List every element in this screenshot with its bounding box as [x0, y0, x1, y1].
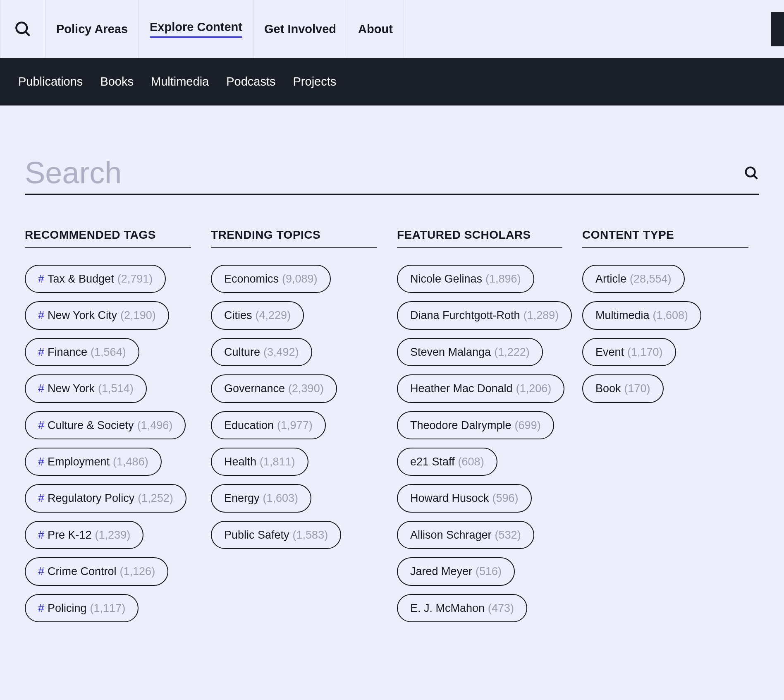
pill-label: Allison Schrager	[410, 528, 492, 542]
search-submit-button[interactable]	[743, 165, 759, 181]
nav-label: Explore Content	[150, 20, 242, 38]
hash-icon: #	[38, 272, 44, 285]
tag-pill[interactable]: #Finance(1,564)	[25, 338, 139, 366]
pill-list: Article(28,554) Multimedia(1,608) Event(…	[582, 265, 748, 403]
topic-pill[interactable]: Governance(2,390)	[211, 374, 337, 403]
pill-label: Education	[224, 419, 274, 432]
pill-label: Public Safety	[224, 528, 289, 542]
scholar-pill[interactable]: Howard Husock(596)	[397, 484, 532, 512]
tag-pill[interactable]: #Pre K-12(1,239)	[25, 521, 143, 549]
tag-pill[interactable]: #Policing(1,117)	[25, 594, 139, 622]
pill-label: Tax & Budget	[48, 272, 114, 285]
column-featured-scholars: FEATURED SCHOLARS Nicole Gelinas(1,896) …	[397, 228, 562, 622]
pill-label: Energy	[224, 491, 260, 505]
topic-pill[interactable]: Public Safety(1,583)	[211, 521, 341, 549]
topbar-spacer	[404, 0, 771, 58]
hash-icon: #	[38, 309, 44, 322]
pill-label: e21 Staff	[410, 455, 455, 468]
hash-icon: #	[38, 345, 44, 359]
pill-count: (532)	[495, 528, 521, 542]
pill-count: (1,583)	[293, 528, 328, 542]
column-content-type: CONTENT TYPE Article(28,554) Multimedia(…	[582, 228, 748, 622]
pill-count: (596)	[492, 491, 519, 505]
scholar-pill[interactable]: Heather Mac Donald(1,206)	[397, 374, 564, 403]
subnav-books[interactable]: Books	[100, 75, 134, 89]
pill-label: New York City	[48, 309, 117, 322]
topbar-search-button[interactable]	[0, 0, 45, 58]
scholar-pill[interactable]: e21 Staff(608)	[397, 448, 497, 476]
tag-pill[interactable]: #Culture & Society(1,496)	[25, 411, 186, 439]
subnav-publications[interactable]: Publications	[18, 75, 83, 89]
topic-pill[interactable]: Health(1,811)	[211, 448, 308, 476]
type-pill[interactable]: Multimedia(1,608)	[582, 301, 701, 329]
scholar-pill[interactable]: Steven Malanga(1,222)	[397, 338, 543, 366]
hash-icon: #	[38, 382, 44, 395]
search-input[interactable]	[25, 155, 735, 190]
scholar-pill[interactable]: Nicole Gelinas(1,896)	[397, 265, 534, 293]
scholar-pill[interactable]: Theodore Dalrymple(699)	[397, 411, 554, 439]
column-trending-topics: TRENDING TOPICS Economics(9,089) Cities(…	[211, 228, 377, 622]
pill-count: (3,492)	[263, 345, 299, 359]
svg-line-1	[26, 32, 30, 36]
column-heading: RECOMMENDED TAGS	[25, 228, 191, 248]
column-heading: CONTENT TYPE	[582, 228, 748, 248]
type-pill[interactable]: Article(28,554)	[582, 265, 685, 293]
pill-count: (1,514)	[98, 382, 134, 395]
pill-list: #Tax & Budget(2,791) #New York City(2,19…	[25, 265, 191, 622]
nav-label: Policy Areas	[56, 22, 128, 36]
pill-count: (1,289)	[523, 309, 559, 322]
pill-label: New York	[48, 382, 95, 395]
column-heading: TRENDING TOPICS	[211, 228, 377, 248]
nav-label: About	[358, 22, 393, 36]
svg-point-0	[16, 22, 27, 33]
hash-icon: #	[38, 602, 44, 615]
pill-count: (170)	[624, 382, 650, 395]
scholar-pill[interactable]: Diana Furchtgott-Roth(1,289)	[397, 301, 572, 329]
pill-count: (1,126)	[120, 565, 155, 578]
scholar-pill[interactable]: Allison Schrager(532)	[397, 521, 534, 549]
topic-pill[interactable]: Economics(9,089)	[211, 265, 331, 293]
pill-label: Theodore Dalrymple	[410, 419, 512, 432]
topic-pill[interactable]: Cities(4,229)	[211, 301, 304, 329]
topic-pill[interactable]: Education(1,977)	[211, 411, 326, 439]
pill-label: Nicole Gelinas	[410, 272, 482, 285]
tag-pill[interactable]: #Tax & Budget(2,791)	[25, 265, 166, 293]
tag-pill[interactable]: #Employment(1,486)	[25, 448, 162, 476]
svg-line-3	[754, 175, 758, 179]
subnav-projects[interactable]: Projects	[293, 75, 337, 89]
pill-count: (1,239)	[95, 528, 131, 542]
subnav-podcasts[interactable]: Podcasts	[226, 75, 275, 89]
tag-pill[interactable]: #New York City(2,190)	[25, 301, 169, 329]
pill-label: Jared Meyer	[410, 565, 472, 578]
search-row	[25, 155, 759, 195]
subnav-multimedia[interactable]: Multimedia	[151, 75, 209, 89]
pill-count: (1,564)	[91, 345, 126, 359]
topic-pill[interactable]: Culture(3,492)	[211, 338, 312, 366]
type-pill[interactable]: Event(1,170)	[582, 338, 676, 366]
tag-pill[interactable]: #Regulatory Policy(1,252)	[25, 484, 186, 512]
pill-count: (1,222)	[494, 345, 530, 359]
pill-label: Economics	[224, 272, 279, 285]
nav-get-involved[interactable]: Get Involved	[253, 0, 347, 58]
type-pill[interactable]: Book(170)	[582, 374, 664, 403]
pill-label: Multimedia	[595, 309, 650, 322]
pill-count: (2,190)	[120, 309, 156, 322]
tag-pill[interactable]: #Crime Control(1,126)	[25, 557, 168, 585]
nav-explore-content[interactable]: Explore Content	[139, 0, 253, 58]
pill-list: Nicole Gelinas(1,896) Diana Furchtgott-R…	[397, 265, 562, 622]
scholar-pill[interactable]: Jared Meyer(516)	[397, 557, 515, 585]
pill-count: (2,390)	[288, 382, 324, 395]
hash-icon: #	[38, 419, 44, 432]
nav-about[interactable]: About	[347, 0, 404, 58]
pill-count: (699)	[515, 419, 541, 432]
pill-count: (1,811)	[260, 455, 295, 468]
pill-label: Culture & Society	[48, 419, 134, 432]
hash-icon: #	[38, 491, 44, 505]
nav-policy-areas[interactable]: Policy Areas	[45, 0, 139, 58]
pill-count: (1,896)	[485, 272, 521, 285]
scholar-pill[interactable]: E. J. McMahon(473)	[397, 594, 527, 622]
pill-label: Event	[595, 345, 624, 359]
pill-label: Regulatory Policy	[48, 491, 134, 505]
tag-pill[interactable]: #New York(1,514)	[25, 374, 147, 403]
topic-pill[interactable]: Energy(1,603)	[211, 484, 311, 512]
